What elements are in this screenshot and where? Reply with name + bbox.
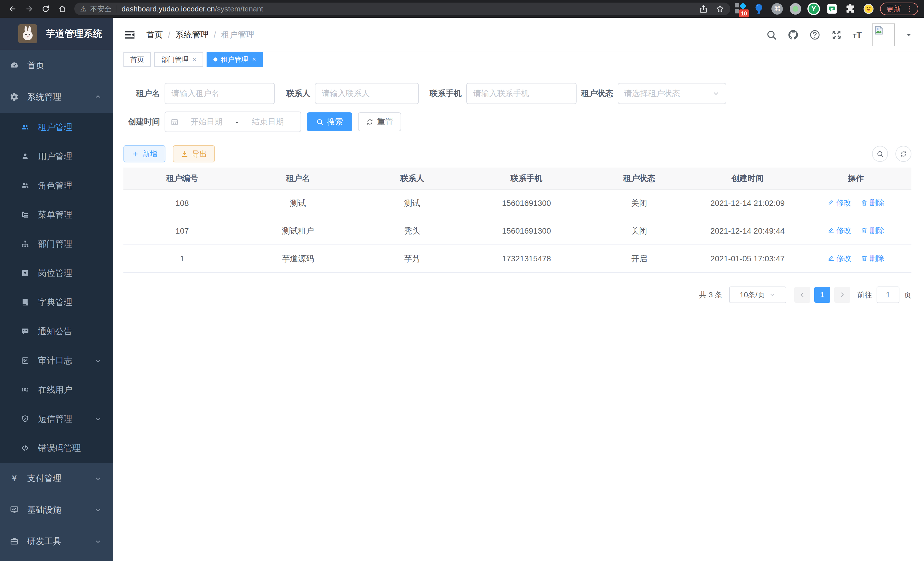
status-select[interactable]: 请选择租户状态 [618,83,726,104]
next-page-button[interactable] [834,287,850,303]
reset-button[interactable]: 重置 [358,112,401,131]
search-button[interactable]: 搜索 [307,112,352,131]
tenant-name-input[interactable] [165,83,275,104]
back-icon[interactable] [6,3,19,15]
sidebar-item-label: 通知公告 [38,326,72,337]
sidebar-collapse-icon[interactable] [123,29,136,41]
infrastructure-icon [10,505,19,514]
breadcrumb-system[interactable]: 系统管理 [176,29,208,41]
puzzle-icon[interactable] [844,3,856,15]
emoji-icon[interactable] [862,3,875,15]
star-icon[interactable] [716,4,724,14]
sidebar-item-tools[interactable]: 研发工具 [0,526,113,557]
delete-button[interactable]: 删除 [861,198,885,208]
edit-button-label: 修改 [837,226,851,236]
sidebar-item-post[interactable]: 岗位管理 [0,259,113,288]
contact-input[interactable] [315,83,419,104]
url-bar[interactable]: ⚠ 不安全 dashboard.yudao.iocoder.cn /system… [74,3,730,15]
sidebar-item-menu[interactable]: 菜单管理 [0,200,113,229]
cell-created_at: 2021-12-14 20:49:44 [695,217,801,245]
column-header: 创建时间 [695,168,801,189]
sidebar-item-dept[interactable]: 部门管理 [0,229,113,259]
refresh-icon [366,118,374,126]
column-header: 联系人 [355,168,470,189]
header-actions: TT [766,23,913,46]
edit-icon [827,199,835,206]
menu-tree-icon [21,211,29,219]
delete-button[interactable]: 删除 [861,226,885,236]
payment-yen-icon: ¥ [10,474,19,483]
sidebar-item-tenant[interactable]: 租户管理 [0,113,113,142]
chat-icon[interactable] [826,3,838,15]
close-tab-icon[interactable]: × [252,56,256,63]
command-icon[interactable]: ⌘ [771,3,783,15]
sidebar-item-label: 短信管理 [38,413,72,425]
date-end-placeholder: 结束日期 [240,116,296,127]
green-dot-icon[interactable] [789,3,802,15]
close-tab-icon[interactable]: × [193,56,196,63]
tab-label: 租户管理 [221,55,248,64]
export-button[interactable]: 导出 [173,145,215,162]
forward-icon[interactable] [23,3,35,15]
edit-button[interactable]: 修改 [827,226,851,236]
refresh-table-button[interactable] [896,146,911,162]
edit-button[interactable]: 修改 [827,253,851,263]
sidebar-item-notice[interactable]: 通知公告 [0,317,113,346]
table-row: 108测试测试15601691300关闭2021-12-14 21:02:09修… [123,189,911,217]
app-title: 芋道管理系统 [46,27,102,40]
sidebar-item-dict[interactable]: 字典管理 [0,288,113,317]
sidebar-item-label: 首页 [27,60,44,71]
balloon-icon[interactable] [753,3,765,15]
sidebar-item-home[interactable]: 首页 [0,50,113,81]
table-tools [872,146,911,162]
y-logo-icon[interactable]: Y [807,3,820,15]
sidebar-logo-row[interactable]: 芋道管理系统 [0,18,113,50]
chevron-down-icon [94,415,102,423]
reload-icon[interactable] [39,3,52,15]
column-header: 租户状态 [584,168,695,189]
tab-dept[interactable]: 部门管理× [154,52,203,67]
sidebar-item-label: 研发工具 [27,535,62,547]
tab-tenant[interactable]: 租户管理× [207,52,263,67]
avatar[interactable] [872,23,895,46]
sidebar-item-errcode[interactable]: 错误码管理 [0,433,113,463]
sidebar-item-user[interactable]: 用户管理 [0,142,113,171]
font-size-icon[interactable]: TT [853,31,862,39]
goto-page-input[interactable] [877,287,899,303]
trash-icon [861,199,868,206]
sidebar-item-role[interactable]: 角色管理 [0,171,113,200]
sidebar-item-online[interactable]: 在线用户 [0,375,113,404]
edit-button[interactable]: 修改 [827,198,851,208]
page-number-1[interactable]: 1 [814,287,830,303]
sidebar-item-system[interactable]: 系统管理 [0,81,113,113]
extensions-grid-icon[interactable]: 10 [734,3,747,15]
tab-home[interactable]: 首页 [123,52,151,67]
export-button-label: 导出 [192,149,207,159]
search-icon[interactable] [766,29,777,41]
help-icon[interactable] [809,29,820,41]
home-icon[interactable] [56,3,69,15]
sidebar-item-pay[interactable]: ¥支付管理 [0,463,113,494]
user-icon [21,152,29,161]
breadcrumb-home[interactable]: 首页 [146,29,163,41]
browser-update-button[interactable]: 更新 ⋮ [880,3,918,15]
fullscreen-icon[interactable] [831,29,842,41]
cell-name: 测试租户 [241,217,355,245]
github-icon[interactable] [788,29,799,41]
sidebar-item-audit[interactable]: 审计日志 [0,346,113,375]
add-button[interactable]: 新增 [123,145,165,162]
mobile-input[interactable] [466,83,577,104]
table-row: 1芋道源码芋艿17321315478开启2021-01-05 17:03:47修… [123,245,911,272]
sidebar-item-infra[interactable]: 基础设施 [0,494,113,526]
chevron-down-icon [769,291,776,298]
show-search-button[interactable] [872,146,888,162]
page-size-select[interactable]: 10条/页 [729,287,786,303]
share-icon[interactable] [699,4,708,14]
sidebar-item-sms[interactable]: 短信管理 [0,404,113,433]
caret-down-icon[interactable] [905,31,913,39]
delete-button[interactable]: 删除 [861,253,885,263]
kebab-menu-icon[interactable]: ⋮ [904,5,915,13]
calendar-icon [170,117,179,126]
prev-page-button[interactable] [794,287,810,303]
date-range-picker[interactable]: 开始日期 - 结束日期 [165,111,301,132]
